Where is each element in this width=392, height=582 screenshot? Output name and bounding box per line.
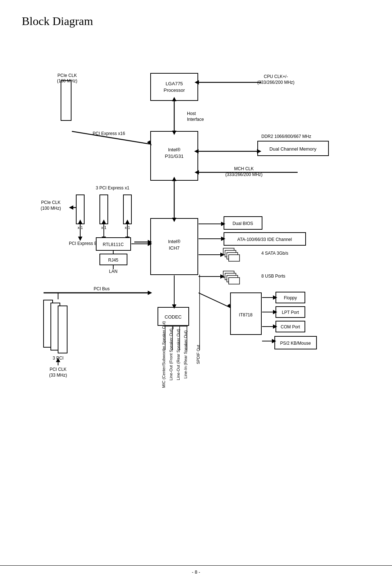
svg-text:x 1: x 1: [101, 225, 107, 230]
svg-rect-32: [76, 195, 84, 224]
svg-marker-22: [194, 149, 199, 153]
svg-text:Dual BIOS: Dual BIOS: [233, 221, 253, 226]
svg-text:Line-In (Rear Speaker Out): Line-In (Rear Speaker Out): [183, 331, 188, 379]
svg-text:PS/2 KB/Mouse: PS/2 KB/Mouse: [280, 341, 311, 346]
svg-text:x 1: x 1: [125, 225, 130, 230]
svg-marker-59: [148, 240, 152, 244]
svg-text:ICH7: ICH7: [169, 245, 180, 251]
svg-marker-17: [172, 131, 176, 135]
svg-text:Line-Out (Rear Speaker Out): Line-Out (Rear Speaker Out): [176, 329, 180, 380]
svg-marker-110: [272, 339, 276, 343]
svg-rect-116: [58, 306, 67, 353]
svg-text:CODEC: CODEC: [165, 314, 182, 320]
svg-marker-81: [220, 274, 225, 279]
svg-rect-84: [100, 254, 127, 265]
svg-marker-94: [227, 304, 231, 309]
svg-marker-56: [172, 177, 176, 181]
svg-rect-107: [275, 336, 317, 349]
svg-marker-34: [69, 205, 73, 210]
svg-marker-16: [172, 97, 176, 101]
svg-text:(333/266/200 MHz): (333/266/200 MHz): [257, 80, 295, 85]
svg-marker-57: [172, 218, 176, 222]
svg-line-93: [199, 293, 230, 307]
svg-text:Interface: Interface: [187, 117, 204, 122]
svg-rect-114: [44, 300, 53, 347]
svg-marker-47: [125, 220, 130, 224]
svg-rect-60: [224, 217, 262, 229]
svg-text:MCH CLK: MCH CLK: [234, 166, 254, 171]
svg-text:PCIe CLK: PCIe CLK: [41, 200, 60, 205]
svg-text:Line-Out (Front Speaker Out): Line-Out (Front Speaker Out): [169, 328, 173, 380]
svg-rect-78: [229, 278, 240, 284]
svg-marker-27: [195, 170, 199, 175]
svg-rect-91: [230, 293, 261, 335]
svg-rect-68: [223, 248, 234, 255]
svg-rect-103: [276, 321, 305, 332]
svg-text:Host: Host: [187, 111, 196, 116]
svg-text:PCI Bus: PCI Bus: [94, 286, 110, 291]
svg-text:x 1: x 1: [78, 225, 83, 230]
svg-marker-42: [78, 237, 82, 241]
svg-text:(33 MHz): (33 MHz): [49, 373, 67, 378]
svg-marker-7: [195, 80, 199, 85]
svg-marker-102: [273, 310, 277, 314]
svg-marker-113: [148, 291, 152, 295]
svg-text:LPT Port: LPT Port: [282, 310, 299, 315]
svg-text:MIC (Center/Subwoofer Speaker : MIC (Center/Subwoofer Speaker Out): [162, 321, 166, 388]
svg-rect-35: [100, 195, 108, 224]
svg-text:(333/266/200 MHz): (333/266/200 MHz): [225, 172, 263, 177]
svg-text:3 PCI Express x1: 3 PCI Express x1: [96, 185, 130, 190]
svg-marker-106: [273, 324, 277, 329]
svg-text:(100 MHz): (100 MHz): [57, 78, 77, 83]
svg-text:(100 MHz): (100 MHz): [41, 206, 61, 211]
svg-rect-71: [229, 255, 240, 261]
svg-text:COM Port: COM Port: [281, 324, 300, 329]
page-title: Block Diagram: [22, 15, 370, 28]
svg-rect-99: [276, 307, 305, 317]
svg-text:RJ45: RJ45: [108, 258, 118, 263]
svg-marker-74: [220, 253, 225, 257]
svg-text:PCI Express Bus: PCI Express Bus: [69, 241, 102, 246]
svg-rect-36: [123, 195, 131, 224]
svg-marker-44: [102, 220, 106, 224]
svg-rect-123: [158, 307, 189, 325]
svg-text:RTL8111C: RTL8111C: [103, 242, 124, 247]
svg-rect-77: [227, 275, 238, 282]
svg-rect-70: [227, 253, 238, 259]
svg-text:DDR2 1066/800/667 MHz: DDR2 1066/800/667 MHz: [261, 134, 311, 139]
svg-text:Intel®: Intel®: [168, 147, 181, 152]
svg-text:4 SATA 3Gb/s: 4 SATA 3Gb/s: [261, 251, 288, 256]
svg-text:CPU CLK+/-: CPU CLK+/-: [264, 74, 288, 79]
svg-rect-52: [151, 218, 198, 275]
svg-text:PCI Express x16: PCI Express x16: [93, 131, 125, 136]
svg-rect-95: [276, 292, 305, 303]
svg-line-29: [72, 131, 150, 144]
svg-rect-19: [258, 141, 328, 156]
svg-text:SPDIF Out: SPDIF Out: [196, 345, 200, 364]
diagram-area: LGA775 Processor CPU CLK+/- (333/266/200…: [22, 39, 370, 558]
svg-rect-0: [61, 81, 71, 120]
svg-rect-76: [225, 273, 236, 280]
svg-marker-67: [221, 237, 225, 241]
page: Block Diagram LGA775 Processor CPU CLK+/…: [0, 0, 392, 582]
svg-rect-10: [151, 131, 198, 180]
svg-text:PCIe CLK: PCIe CLK: [57, 73, 77, 78]
svg-marker-90: [148, 242, 152, 246]
svg-text:8 USB Ports: 8 USB Ports: [261, 274, 285, 279]
svg-text:Floppy: Floppy: [284, 295, 297, 300]
svg-text:3 PCI: 3 PCI: [53, 356, 64, 361]
svg-marker-48: [125, 237, 130, 241]
svg-rect-75: [223, 271, 234, 278]
page-footer: - 8 -: [0, 565, 392, 575]
svg-text:Processor: Processor: [164, 87, 185, 93]
svg-rect-64: [224, 233, 306, 245]
svg-marker-98: [273, 295, 277, 300]
page-number: - 8 -: [192, 569, 200, 575]
svg-rect-69: [225, 250, 236, 257]
svg-marker-30: [147, 140, 152, 146]
svg-text:LGA775: LGA775: [166, 81, 183, 86]
svg-rect-82: [96, 238, 131, 250]
svg-rect-115: [51, 303, 60, 350]
svg-text:Intel®: Intel®: [168, 239, 181, 244]
svg-marker-23: [257, 149, 261, 153]
